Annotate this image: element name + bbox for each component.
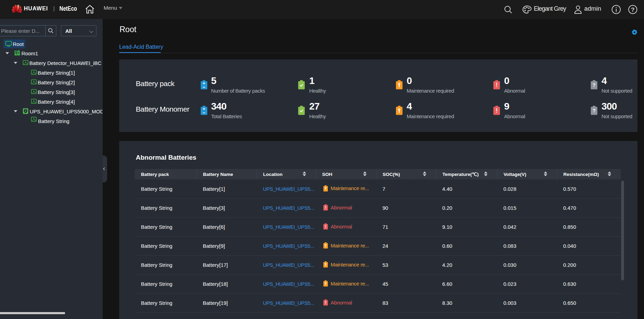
- svg-text:?: ?: [593, 108, 596, 113]
- svg-text:?: ?: [631, 7, 634, 13]
- svg-text:?: ?: [593, 82, 596, 88]
